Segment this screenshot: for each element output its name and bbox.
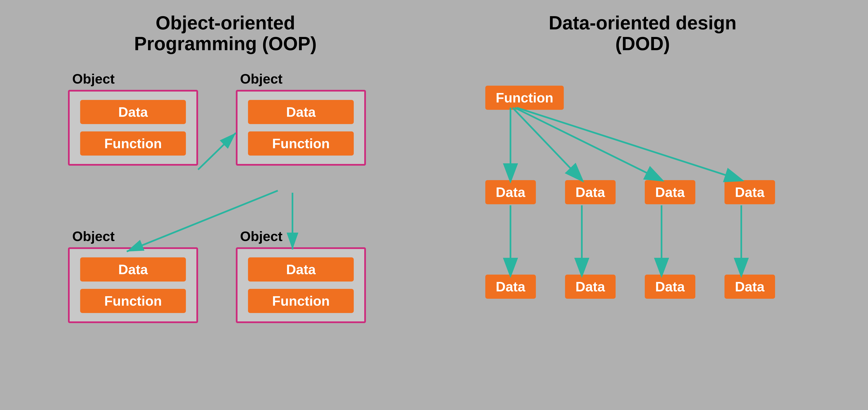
object-label-3: Object bbox=[72, 228, 198, 244]
dod-data-r2-1: Data bbox=[485, 274, 536, 299]
oop-title: Object-orientedProgramming (OOP) bbox=[134, 12, 317, 54]
object-box-2: Data Function bbox=[236, 90, 366, 166]
dod-data-pill-r2-1: Data bbox=[485, 274, 536, 299]
function-pill-2: Function bbox=[248, 131, 354, 155]
object-wrapper-4: Object Data Function bbox=[236, 228, 366, 323]
svg-line-8 bbox=[517, 108, 741, 180]
dod-diagram: Function Data Data Data Data Data Data bbox=[485, 75, 800, 369]
object-box-4: Data Function bbox=[236, 247, 366, 323]
data-pill-1: Data bbox=[80, 100, 186, 124]
dod-arrows bbox=[485, 75, 800, 369]
function-pill-3: Function bbox=[80, 289, 186, 313]
data-pill-3: Data bbox=[80, 257, 186, 282]
dod-data-pill-r2-2: Data bbox=[565, 274, 616, 299]
dod-data-r1-3: Data bbox=[645, 180, 695, 204]
svg-line-7 bbox=[515, 108, 661, 180]
dod-function-pill: Function bbox=[485, 86, 564, 110]
svg-line-6 bbox=[513, 108, 582, 180]
dod-data-r2-3: Data bbox=[645, 274, 695, 299]
object-label-1: Object bbox=[72, 71, 198, 87]
oop-section: Object-orientedProgramming (OOP) Object … bbox=[17, 12, 434, 398]
object-box-3: Data Function bbox=[68, 247, 198, 323]
object-label-2: Object bbox=[240, 71, 366, 87]
object-wrapper-3: Object Data Function bbox=[68, 228, 198, 323]
object-wrapper-1: Object Data Function bbox=[68, 71, 198, 166]
main-container: Object-orientedProgramming (OOP) Object … bbox=[0, 0, 868, 410]
function-pill-1: Function bbox=[80, 131, 186, 155]
function-pill-4: Function bbox=[248, 289, 354, 313]
dod-title: Data-oriented design(DOD) bbox=[549, 12, 737, 54]
dod-data-pill-r1-4: Data bbox=[724, 180, 775, 204]
dod-function-node: Function bbox=[485, 86, 564, 110]
dod-data-r2-2: Data bbox=[565, 274, 616, 299]
dod-data-r1-1: Data bbox=[485, 180, 536, 204]
dod-section: Data-oriented design(DOD) Function Data … bbox=[434, 12, 851, 398]
object-box-1: Data Function bbox=[68, 90, 198, 166]
data-pill-2: Data bbox=[248, 100, 354, 124]
dod-data-r2-4: Data bbox=[724, 274, 775, 299]
dod-data-pill-r1-1: Data bbox=[485, 180, 536, 204]
object-label-4: Object bbox=[240, 228, 366, 244]
dod-data-pill-r2-4: Data bbox=[724, 274, 775, 299]
dod-data-r1-4: Data bbox=[724, 180, 775, 204]
data-pill-4: Data bbox=[248, 257, 354, 282]
dod-data-pill-r1-3: Data bbox=[645, 180, 695, 204]
svg-line-1 bbox=[198, 133, 236, 170]
object-wrapper-2: Object Data Function bbox=[236, 71, 366, 166]
dod-data-pill-r2-3: Data bbox=[645, 274, 695, 299]
dod-data-r1-2: Data bbox=[565, 180, 616, 204]
dod-data-pill-r1-2: Data bbox=[565, 180, 616, 204]
